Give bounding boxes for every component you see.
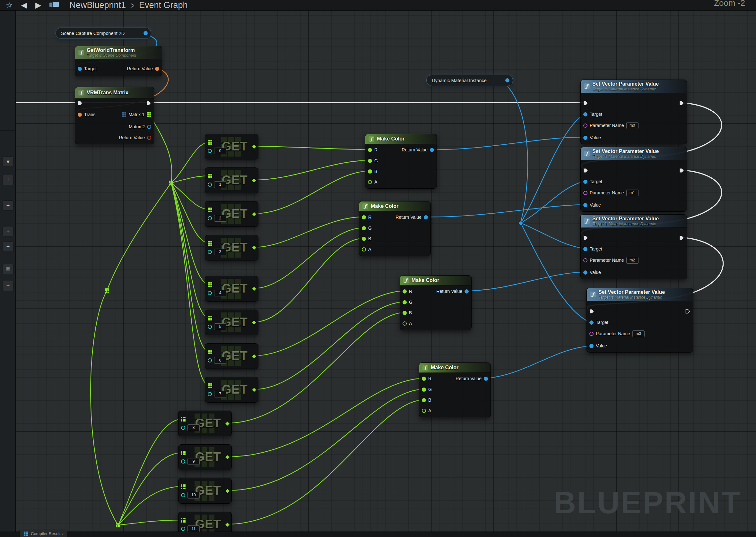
node-array-get-5[interactable]: GET 5 bbox=[205, 310, 258, 335]
pin-element-out[interactable] bbox=[178, 419, 232, 428]
add-button-1[interactable]: + bbox=[3, 175, 14, 185]
exec-in-pin[interactable] bbox=[78, 101, 82, 105]
pin-target[interactable]: Target bbox=[587, 318, 693, 327]
element-output-pin[interactable] bbox=[252, 287, 256, 291]
blueprint-graph-canvas[interactable]: BLUEPRINT bbox=[0, 0, 756, 537]
pin-g[interactable]: G bbox=[400, 298, 471, 307]
reroute-material-instance[interactable] bbox=[518, 221, 523, 226]
pin-a[interactable]: A bbox=[359, 245, 430, 254]
object-output-pin[interactable] bbox=[144, 31, 148, 35]
node-make-color-3[interactable]: ƒ Make Color R Return Value G B A bbox=[400, 275, 471, 330]
pin-value[interactable]: Value bbox=[581, 268, 687, 277]
node-array-get-10[interactable]: GET 10 bbox=[178, 478, 232, 504]
pin-r[interactable]: R bbox=[403, 289, 412, 294]
array-output-pin[interactable] bbox=[147, 112, 151, 117]
pin-element-out[interactable] bbox=[205, 351, 258, 360]
pin-a[interactable]: A bbox=[400, 319, 471, 328]
pin-b[interactable]: B bbox=[419, 395, 491, 404]
node-set-vector-parameter-2[interactable]: ƒ Set Vector Parameter Value Target is M… bbox=[580, 147, 687, 212]
favorite-star-icon[interactable]: ☆ bbox=[6, 1, 13, 9]
node-array-get-7[interactable]: GET 7 bbox=[205, 377, 258, 403]
bool-output-pin[interactable] bbox=[147, 136, 151, 140]
pin-parameter-name[interactable]: Parameter Name m3 bbox=[587, 329, 693, 338]
reroute-array-1[interactable] bbox=[169, 181, 173, 186]
pin-target[interactable]: Target bbox=[78, 66, 97, 71]
pin-element-out[interactable] bbox=[178, 486, 232, 495]
node-dynamic-material-instance[interactable]: Dynamic Material Instance bbox=[426, 75, 513, 86]
node-make-color-4[interactable]: ƒ Make Color R Return Value G B A bbox=[419, 362, 491, 417]
element-output-pin[interactable] bbox=[225, 489, 230, 493]
pin-element-out[interactable] bbox=[205, 284, 258, 293]
trans-pin[interactable] bbox=[78, 113, 82, 117]
pin-matrix-2[interactable]: Matrix 2 bbox=[75, 122, 154, 131]
breadcrumb-blueprint-name[interactable]: NewBlueprint1 bbox=[69, 0, 126, 10]
node-vrmtrans-matrix[interactable]: ƒ VRMTrans Matrix Trans Matrix 1 Matrix … bbox=[75, 87, 154, 144]
name-pin[interactable] bbox=[583, 191, 588, 195]
add-button-2[interactable]: + bbox=[3, 200, 14, 211]
pin-parameter-name[interactable]: Parameter Name m0 bbox=[581, 121, 687, 130]
element-output-pin[interactable] bbox=[225, 522, 230, 527]
pin-a[interactable]: A bbox=[419, 406, 491, 415]
name-pin[interactable] bbox=[589, 332, 594, 336]
node-get-world-transform[interactable]: ƒ GetWorldTransform Target is Scene Comp… bbox=[75, 46, 162, 76]
node-array-get-1[interactable]: GET 1 bbox=[205, 167, 258, 193]
breadcrumb-graph-name[interactable]: Event Graph bbox=[139, 0, 188, 10]
element-output-pin[interactable] bbox=[252, 354, 256, 358]
node-array-get-2[interactable]: GET 2 bbox=[205, 201, 258, 227]
pin-trans[interactable]: Trans bbox=[78, 112, 95, 117]
pin-target[interactable]: Target bbox=[581, 177, 687, 186]
pin-matrix-1[interactable]: Matrix 1 bbox=[122, 112, 151, 117]
node-make-color-1[interactable]: ƒ Make Color R Return Value G B A bbox=[365, 134, 437, 188]
node-array-get-9[interactable]: GET 9 bbox=[178, 444, 232, 470]
node-array-get-8[interactable]: GET 8 bbox=[178, 411, 232, 436]
exec-out-pin[interactable] bbox=[679, 101, 684, 105]
compiler-results-tab[interactable]: Compiler Results bbox=[19, 530, 67, 537]
matrix2-output-pin[interactable] bbox=[147, 125, 151, 129]
pin-value[interactable]: Value bbox=[581, 133, 687, 142]
exec-out-pin[interactable] bbox=[146, 101, 151, 105]
add-button-4[interactable]: + bbox=[3, 242, 14, 252]
element-output-pin[interactable] bbox=[225, 455, 230, 459]
pin-target[interactable]: Target bbox=[581, 110, 687, 119]
exec-out-pin-unconnected[interactable] bbox=[686, 309, 690, 314]
target-pin[interactable] bbox=[78, 67, 82, 71]
pin-return-value[interactable]: Return Value bbox=[436, 289, 469, 294]
add-button-3[interactable]: + bbox=[3, 226, 14, 236]
add-button-5[interactable]: + bbox=[3, 281, 14, 291]
pin-b[interactable]: B bbox=[400, 308, 471, 317]
pin-value[interactable]: Value bbox=[587, 341, 693, 350]
back-arrow-icon[interactable]: ◀ bbox=[21, 1, 27, 9]
element-output-pin[interactable] bbox=[252, 246, 256, 250]
pin-target[interactable]: Target bbox=[581, 244, 687, 253]
parameter-name-input[interactable]: m1 bbox=[626, 189, 639, 196]
forward-arrow-icon[interactable]: ▶ bbox=[35, 1, 41, 9]
element-output-pin[interactable] bbox=[225, 422, 230, 426]
pin-element-out[interactable] bbox=[178, 453, 232, 462]
reroute-array-3[interactable] bbox=[116, 523, 120, 529]
element-output-pin[interactable] bbox=[252, 320, 256, 325]
node-scene-capture-component-2d[interactable]: Scene Capture Component 2D bbox=[56, 27, 151, 39]
pin-element-out[interactable] bbox=[205, 209, 258, 219]
object-output-pin[interactable] bbox=[505, 78, 510, 82]
pin-element-out[interactable] bbox=[205, 385, 258, 394]
pin-b[interactable]: B bbox=[359, 234, 430, 243]
pin-parameter-name[interactable]: Parameter Name m1 bbox=[581, 188, 687, 197]
element-output-pin[interactable] bbox=[252, 178, 256, 183]
parameter-name-input[interactable]: m0 bbox=[626, 122, 639, 129]
exec-in-pin[interactable] bbox=[589, 309, 594, 314]
pin-element-out[interactable] bbox=[178, 520, 232, 529]
collapse-caret-button[interactable]: ▾ bbox=[3, 156, 14, 167]
element-output-pin[interactable] bbox=[252, 388, 256, 392]
name-pin[interactable] bbox=[583, 124, 588, 128]
pin-parameter-name[interactable]: Parameter Name m2 bbox=[581, 256, 687, 265]
pin-g[interactable]: G bbox=[419, 385, 491, 394]
node-set-vector-parameter-3[interactable]: ƒ Set Vector Parameter Value Target is M… bbox=[580, 214, 687, 279]
pin-element-out[interactable] bbox=[205, 318, 258, 327]
pin-a[interactable]: A bbox=[365, 177, 437, 186]
name-pin[interactable] bbox=[583, 258, 588, 263]
exec-out-pin[interactable] bbox=[679, 168, 684, 173]
element-output-pin[interactable] bbox=[252, 212, 256, 216]
node-set-vector-parameter-1[interactable]: ƒ Set Vector Parameter Value Target is M… bbox=[580, 80, 687, 145]
node-array-get-0[interactable]: GET 0 bbox=[205, 134, 258, 159]
node-array-get-3[interactable]: GET 3 bbox=[205, 235, 258, 261]
